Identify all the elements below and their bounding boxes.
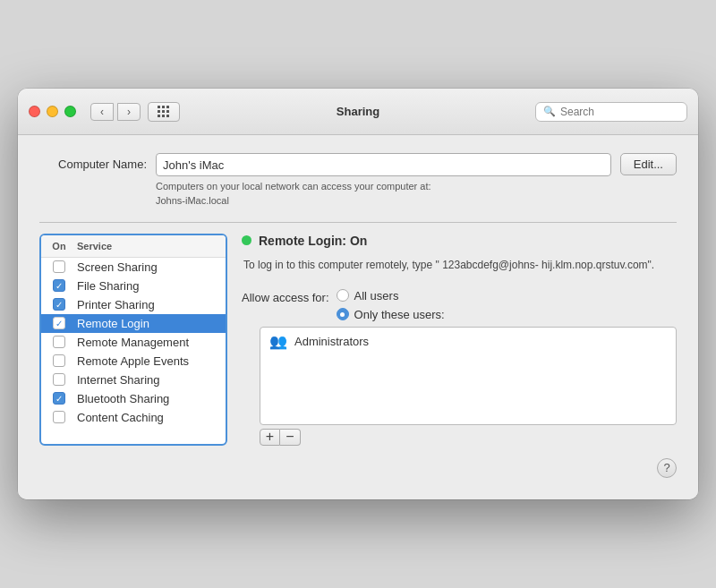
computer-name-right: Edit... Computers on your local network … — [156, 153, 677, 208]
right-panel: Remote Login: On To log in to this compu… — [242, 234, 677, 446]
service-row[interactable]: Internet Sharing — [41, 371, 226, 389]
service-checkbox-checked[interactable]: ✓ — [53, 298, 65, 311]
service-name: Printer Sharing — [77, 298, 226, 311]
user-administrators: 👥 Administrators — [260, 328, 676, 355]
service-row[interactable]: Screen Sharing — [41, 258, 226, 277]
service-name: File Sharing — [77, 279, 226, 293]
service-row[interactable]: ✓File Sharing — [41, 277, 226, 295]
status-indicator — [242, 235, 251, 245]
service-row[interactable]: ✓Bluetooth Sharing — [41, 389, 226, 408]
minimize-button[interactable] — [47, 106, 58, 117]
service-row[interactable]: Content Caching — [41, 408, 226, 427]
service-checkbox-unchecked[interactable] — [53, 373, 65, 386]
window-title: Sharing — [337, 105, 379, 118]
grid-view-button[interactable] — [148, 102, 180, 122]
titlebar: ‹ › Sharing 🔍 — [18, 89, 698, 135]
radio-all-users-btn[interactable] — [337, 289, 349, 302]
radio-all-users[interactable]: All users — [337, 289, 445, 303]
service-row[interactable]: ✓Printer Sharing — [41, 295, 226, 314]
status-text: Remote Login: On — [259, 234, 367, 248]
traffic-lights — [29, 106, 76, 117]
main-area: On Service Screen Sharing✓File Sharing✓P… — [39, 234, 677, 446]
services-header-service: Service — [77, 239, 226, 253]
access-section: Allow access for: All users Only these u… — [242, 289, 677, 446]
grid-icon — [158, 106, 170, 118]
computer-name-row: Computer Name: Edit... Computers on your… — [39, 153, 677, 208]
user-name: Administrators — [294, 335, 369, 348]
list-actions: + − — [260, 429, 677, 446]
system-preferences-window: ‹ › Sharing 🔍 Computer Name: Edit... — [18, 89, 698, 499]
service-name: Remote Management — [77, 336, 226, 349]
close-button[interactable] — [29, 106, 40, 117]
radio-only-these-users-label: Only these users: — [354, 308, 445, 321]
add-user-button[interactable]: + — [260, 429, 280, 446]
service-row[interactable]: Remote Apple Events — [41, 352, 226, 371]
service-row[interactable]: ✓Remote Login — [41, 314, 226, 333]
maximize-button[interactable] — [64, 106, 76, 117]
service-checkbox-selected[interactable]: ✓ — [53, 317, 65, 329]
access-row: Allow access for: All users Only these u… — [242, 289, 677, 321]
status-row: Remote Login: On — [242, 234, 677, 248]
group-icon: 👥 — [269, 333, 287, 350]
allow-access-label: Allow access for: — [242, 289, 329, 304]
service-name: Content Caching — [77, 411, 226, 424]
remove-user-button[interactable]: − — [280, 429, 301, 446]
computer-name-input-row: Edit... — [156, 153, 677, 176]
content-area: Computer Name: Edit... Computers on your… — [18, 135, 698, 499]
service-checkbox-checked[interactable]: ✓ — [53, 279, 65, 292]
help-button[interactable]: ? — [657, 458, 677, 478]
service-checkbox-unchecked[interactable] — [53, 411, 65, 423]
edit-button[interactable]: Edit... — [620, 153, 677, 175]
users-list: 👥 Administrators — [260, 327, 677, 425]
divider — [39, 222, 677, 223]
nav-buttons: ‹ › — [90, 103, 141, 121]
back-button[interactable]: ‹ — [90, 103, 114, 121]
search-icon: 🔍 — [543, 106, 556, 117]
search-bar[interactable]: 🔍 — [535, 102, 687, 122]
services-panel: On Service Screen Sharing✓File Sharing✓P… — [39, 234, 227, 446]
radio-options: All users Only these users: — [337, 289, 445, 321]
service-name: Remote Login — [77, 317, 226, 330]
description-text: To log in to this computer remotely, typ… — [242, 257, 677, 273]
services-header-on: On — [41, 239, 77, 253]
services-list: Screen Sharing✓File Sharing✓Printer Shar… — [41, 258, 226, 427]
services-header: On Service — [41, 235, 226, 258]
computer-name-subtitle: Computers on your local network can acce… — [156, 180, 677, 208]
service-name: Screen Sharing — [77, 260, 226, 274]
service-checkbox-unchecked[interactable] — [53, 260, 65, 273]
computer-name-label: Computer Name: — [39, 153, 147, 171]
forward-button[interactable]: › — [117, 103, 141, 121]
service-checkbox-unchecked[interactable] — [53, 354, 65, 367]
radio-all-users-label: All users — [354, 289, 399, 303]
radio-only-these-users-btn[interactable] — [337, 308, 349, 320]
service-checkbox-checked[interactable]: ✓ — [53, 392, 65, 405]
service-checkbox-unchecked[interactable] — [53, 336, 65, 348]
search-input[interactable] — [560, 106, 679, 118]
service-name: Remote Apple Events — [77, 354, 226, 368]
service-row[interactable]: Remote Management — [41, 333, 226, 352]
radio-only-these-users[interactable]: Only these users: — [337, 308, 445, 321]
computer-name-input[interactable] — [156, 153, 611, 176]
service-name: Bluetooth Sharing — [77, 392, 226, 405]
bottom-area: ? — [39, 453, 677, 481]
service-name: Internet Sharing — [77, 373, 226, 387]
